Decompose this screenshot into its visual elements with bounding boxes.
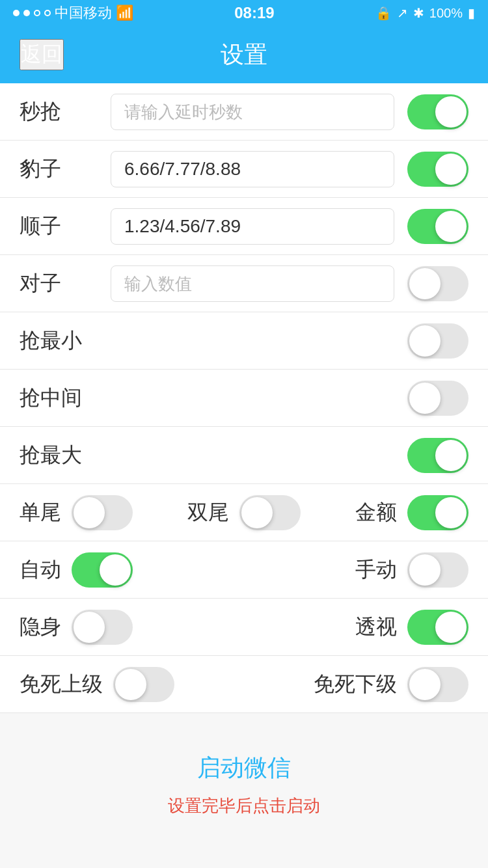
- multi-item-shuang-wei: 双尾: [187, 495, 301, 530]
- input-bao-zi[interactable]: [111, 151, 394, 187]
- multi-item-tou-shi: 透视: [355, 610, 468, 645]
- label-dui-zi: 对子: [20, 269, 98, 298]
- lock-icon: 🔒: [375, 5, 392, 21]
- toggle-thumb-qiang-zui-xiao: [409, 325, 441, 357]
- toggle-thumb-mian-si-xia: [409, 669, 441, 700]
- time-label: 08:19: [234, 4, 274, 22]
- label-miao-qiang: 秒抢: [20, 98, 98, 126]
- label-mian-si-shang: 免死上级: [20, 670, 103, 699]
- status-right: 🔒 ↗ ✱ 100% ▮: [375, 5, 475, 21]
- start-wechat-button[interactable]: 启动微信: [197, 752, 291, 784]
- multi-row-row-dan-shuang: 单尾双尾金额: [0, 484, 488, 541]
- settings-row-dui-zi: 对子: [0, 255, 488, 312]
- multi-row-row-mian-si: 免死上级免死下级: [0, 656, 488, 713]
- toggle-qiang-zui-xiao[interactable]: [407, 323, 468, 359]
- toggle-thumb-dan-wei: [74, 497, 105, 528]
- wifi-icon: 📶: [116, 5, 133, 21]
- multi-item-mian-si-xia: 免死下级: [314, 667, 468, 702]
- back-button[interactable]: 返回: [20, 39, 64, 70]
- signal-dot-3: [34, 10, 40, 16]
- multi-row-row-zi-shou: 自动手动: [0, 541, 488, 599]
- label-qiang-zui-da: 抢最大: [20, 441, 98, 470]
- toggle-qiang-zhong-jian[interactable]: [407, 381, 468, 416]
- toggle-dan-wei[interactable]: [72, 495, 133, 530]
- toggle-thumb-dui-zi: [409, 268, 441, 299]
- settings-row-qiang-zui-da: 抢最大: [0, 427, 488, 484]
- battery-label: 100%: [429, 6, 463, 21]
- label-jin-e: 金额: [355, 498, 397, 527]
- label-qiang-zui-xiao: 抢最小: [20, 327, 98, 355]
- settings-row-qiang-zui-xiao: 抢最小: [0, 312, 488, 370]
- toggle-jin-e[interactable]: [407, 495, 468, 530]
- label-shou-dong: 手动: [355, 556, 397, 584]
- toggle-shou-dong[interactable]: [407, 552, 468, 588]
- toggle-zi-dong[interactable]: [72, 552, 133, 588]
- settings-list: 秒抢豹子顺子对子抢最小抢中间抢最大单尾双尾金额自动手动隐身透视免死上级免死下级: [0, 83, 488, 713]
- input-dui-zi[interactable]: [111, 265, 394, 302]
- label-yin-shen: 隐身: [20, 613, 61, 642]
- bottom-section: 启动微信 设置完毕后点击启动: [0, 713, 488, 843]
- multi-item-zi-dong: 自动: [20, 552, 133, 588]
- toggle-qiang-zui-da[interactable]: [407, 438, 468, 473]
- label-bao-zi: 豹子: [20, 155, 98, 183]
- toggle-thumb-zi-dong: [100, 554, 131, 586]
- settings-row-miao-qiang: 秒抢: [0, 83, 488, 141]
- label-zi-dong: 自动: [20, 556, 61, 584]
- toggle-thumb-jin-e: [435, 497, 467, 528]
- toggle-thumb-shun-zi: [435, 211, 467, 242]
- toggle-tou-shi[interactable]: [407, 610, 468, 645]
- toggle-dui-zi[interactable]: [407, 266, 468, 301]
- signal-dot-4: [44, 10, 51, 16]
- bluetooth-icon: ✱: [413, 5, 424, 21]
- settings-row-shun-zi: 顺子: [0, 198, 488, 255]
- multi-item-jin-e: 金额: [355, 495, 468, 530]
- status-bar: 中国移动 📶 08:19 🔒 ↗ ✱ 100% ▮: [0, 0, 488, 26]
- toggle-shun-zi[interactable]: [407, 209, 468, 244]
- signal-dot-2: [23, 10, 30, 16]
- settings-row-qiang-zhong-jian: 抢中间: [0, 370, 488, 427]
- status-left: 中国移动 📶: [13, 3, 133, 23]
- toggle-yin-shen[interactable]: [72, 610, 133, 645]
- toggle-mian-si-xia[interactable]: [407, 667, 468, 702]
- label-shuang-wei: 双尾: [187, 498, 229, 527]
- toggle-thumb-mian-si-shang: [115, 669, 146, 700]
- multi-item-dan-wei: 单尾: [20, 495, 133, 530]
- settings-row-bao-zi: 豹子: [0, 141, 488, 198]
- input-shun-zi[interactable]: [111, 208, 394, 245]
- location-icon: ↗: [397, 5, 408, 21]
- toggle-shuang-wei[interactable]: [239, 495, 301, 530]
- signal-dot-1: [13, 10, 20, 16]
- toggle-mian-si-shang[interactable]: [113, 667, 174, 702]
- toggle-thumb-shuang-wei: [241, 497, 273, 528]
- multi-item-shou-dong: 手动: [355, 552, 468, 588]
- toggle-thumb-qiang-zui-da: [435, 440, 467, 471]
- multi-item-mian-si-shang: 免死上级: [20, 667, 174, 702]
- toggle-thumb-shou-dong: [409, 554, 441, 586]
- label-mian-si-xia: 免死下级: [314, 670, 397, 699]
- carrier-label: 中国移动: [55, 3, 112, 23]
- label-tou-shi: 透视: [355, 613, 397, 642]
- label-shun-zi: 顺子: [20, 212, 98, 241]
- toggle-bao-zi[interactable]: [407, 152, 468, 187]
- page-title: 设置: [221, 39, 267, 71]
- nav-bar: 返回 设置: [0, 26, 488, 83]
- multi-row-row-yin-tou: 隐身透视: [0, 599, 488, 656]
- battery-icon: ▮: [468, 5, 475, 21]
- label-qiang-zhong-jian: 抢中间: [20, 384, 98, 413]
- toggle-thumb-miao-qiang: [435, 96, 467, 128]
- multi-item-yin-shen: 隐身: [20, 610, 133, 645]
- toggle-miao-qiang[interactable]: [407, 94, 468, 129]
- toggle-thumb-tou-shi: [435, 612, 467, 643]
- input-miao-qiang[interactable]: [111, 94, 394, 130]
- start-hint-label: 设置完毕后点击启动: [168, 794, 320, 817]
- toggle-thumb-yin-shen: [74, 612, 105, 643]
- label-dan-wei: 单尾: [20, 498, 61, 527]
- toggle-thumb-qiang-zhong-jian: [409, 383, 441, 414]
- toggle-thumb-bao-zi: [435, 154, 467, 185]
